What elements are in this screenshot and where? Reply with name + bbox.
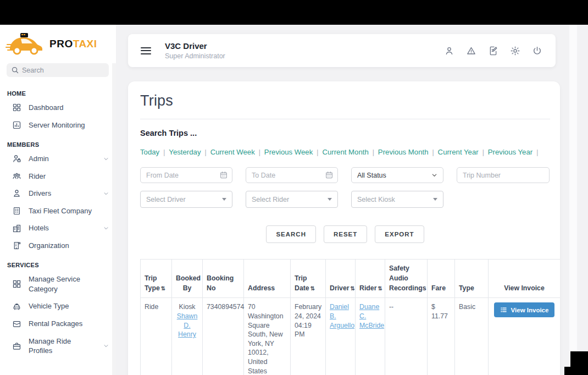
col-fare: Fare [428, 260, 455, 298]
admin-user-lock-icon [12, 154, 21, 163]
sidebar-item-taxi-fleet-company[interactable]: Taxi Fleet Company [0, 202, 116, 220]
report-icon[interactable] [488, 46, 498, 56]
sidebar-item-rental-packages[interactable]: Rental Packages [0, 315, 116, 333]
col-trip-date[interactable]: Trip Date⇅ [291, 260, 326, 298]
sort-icon: ⇅ [378, 285, 382, 291]
dashboard-icon [12, 103, 21, 112]
kiosk-select[interactable]: Select Kiosk [351, 191, 443, 208]
chevron-down-icon [103, 225, 109, 231]
dropdown-arrow-icon [328, 198, 332, 201]
account-role: Super Administrator [165, 52, 225, 60]
user-icon[interactable] [444, 46, 454, 56]
dropdown-arrow-icon [433, 198, 437, 201]
company-building-icon [12, 206, 21, 216]
sidebar-item-dashboard[interactable]: Dashboard [0, 99, 116, 117]
rider-select[interactable]: Select Rider [246, 191, 338, 208]
filter-current-year[interactable]: Current Year [438, 148, 479, 156]
sidebar-item-manage-ride-profiles[interactable]: Manage Ride Profiles [0, 333, 116, 360]
view-invoice-button[interactable]: View Invoice [494, 302, 555, 317]
from-date-field [140, 167, 232, 183]
kiosk-user-link[interactable]: Shawn D. Henry [177, 312, 198, 338]
sidebar-item-admin[interactable]: Admin [0, 150, 116, 168]
search-icon [11, 66, 19, 74]
sidebar-item-drivers[interactable]: Drivers [0, 185, 116, 202]
page-scrollbar-track[interactable] [569, 25, 577, 375]
section-members: MEMBERS [0, 134, 116, 150]
status-select[interactable]: All Status [351, 167, 443, 183]
app-header: V3C Driver Super Administrator [128, 34, 556, 67]
col-booking-no: Booking No [203, 260, 244, 298]
sidebar-item-server-monitoring[interactable]: Server Monitoring [0, 117, 116, 134]
settings-icon[interactable] [510, 46, 520, 56]
main-area: V3C Driver Super Administrator Trips Sea… [116, 25, 588, 375]
riders-group-icon [12, 172, 21, 181]
category-grid-icon [12, 279, 21, 289]
driver-link[interactable]: Daniel B. Arguello [330, 303, 354, 329]
rider-link[interactable]: Duane C. McBride [359, 303, 384, 329]
col-trip-type[interactable]: Trip Type⇅ [141, 260, 172, 298]
screen: PROTAXI HOME Dashboard Server Monitoring… [0, 0, 588, 375]
search-input[interactable] [7, 63, 109, 77]
filter-previous-year[interactable]: Previous Year [488, 148, 532, 156]
sort-icon: ⇅ [161, 285, 165, 291]
sidebar-scrollbar[interactable] [112, 63, 116, 375]
col-type: Type [455, 260, 489, 298]
to-date-input[interactable] [246, 167, 338, 183]
sort-icon: ⇅ [351, 285, 355, 291]
brand-logo[interactable]: PROTAXI [0, 25, 116, 61]
menu-toggle-icon[interactable] [141, 47, 151, 54]
dropdown-arrow-icon [222, 198, 226, 201]
invoice-cell: View Invoice [489, 298, 561, 375]
trip-type-cell: Ride [141, 298, 172, 375]
filter-current-month[interactable]: Current Month [322, 148, 368, 156]
col-view-invoice: View Invoice [489, 260, 561, 298]
search-button[interactable]: SEARCH [266, 225, 316, 243]
package-icon [12, 319, 21, 328]
trip-date-cell: February 24, 2024 04:19 PM [291, 298, 326, 375]
fare-cell: $ 11.77 [428, 298, 455, 375]
sidebar-search [7, 63, 109, 77]
filter-today[interactable]: Today [140, 148, 159, 156]
driver-person-icon [12, 189, 21, 198]
section-services: SERVICES [0, 254, 116, 271]
filter-yesterday[interactable]: Yesterday [169, 148, 201, 156]
filter-previous-week[interactable]: Previous Week [264, 148, 313, 156]
briefcase-icon [12, 341, 21, 351]
col-booked-by: Booked By [172, 260, 203, 298]
export-button[interactable]: EXPORT [375, 225, 424, 243]
sidebar-item-hotels[interactable]: Hotels [0, 219, 116, 237]
quick-filters: Today| Yesterday| Current Week| Previous… [140, 148, 560, 156]
filter-previous-month[interactable]: Previous Month [378, 148, 429, 156]
sidebar-item-manage-service-category[interactable]: Manage Service Category [0, 271, 116, 297]
booking-no-cell: 7340894574 [203, 298, 244, 375]
col-safety-audio: Safety Audio Recordings [385, 260, 428, 298]
driver-select[interactable]: Select Driver [140, 191, 232, 208]
type-cell: Basic [455, 298, 489, 375]
power-icon[interactable] [532, 46, 542, 56]
filter-current-week[interactable]: Current Week [210, 148, 255, 156]
col-rider[interactable]: Rider⇅ [356, 260, 385, 298]
divider [140, 119, 550, 119]
trip-number-input[interactable] [457, 167, 550, 183]
reset-button[interactable]: RESET [324, 225, 367, 243]
sort-icon: ⇅ [310, 285, 315, 291]
chevron-down-icon [431, 172, 437, 178]
col-address: Address [244, 260, 291, 298]
safety-audio-cell: -- [385, 298, 428, 375]
section-home: HOME [0, 82, 116, 99]
table-header-row: Trip Type⇅ Booked By Booking No Address … [141, 260, 561, 298]
alert-icon[interactable] [466, 46, 476, 56]
monitor-chart-icon [12, 120, 21, 130]
sidebar-item-organization[interactable]: Organization [0, 237, 116, 255]
col-driver[interactable]: Driver⇅ [326, 260, 356, 298]
page-title: Trips [140, 92, 560, 109]
taxi-car-icon [5, 31, 45, 57]
sidebar-item-vehicle-type[interactable]: Vehicle Type [0, 297, 116, 315]
address-cell: 70 Washington Square South, New York, NY… [244, 298, 291, 375]
hotel-buildings-icon [12, 224, 21, 233]
from-date-input[interactable] [140, 167, 232, 183]
sidebar-item-rider[interactable]: Rider [0, 168, 116, 185]
sidebar: PROTAXI HOME Dashboard Server Monitoring… [0, 25, 116, 375]
vehicle-taxi-icon [12, 302, 21, 311]
booked-by-cell: KioskShawn D. Henry [172, 298, 203, 375]
